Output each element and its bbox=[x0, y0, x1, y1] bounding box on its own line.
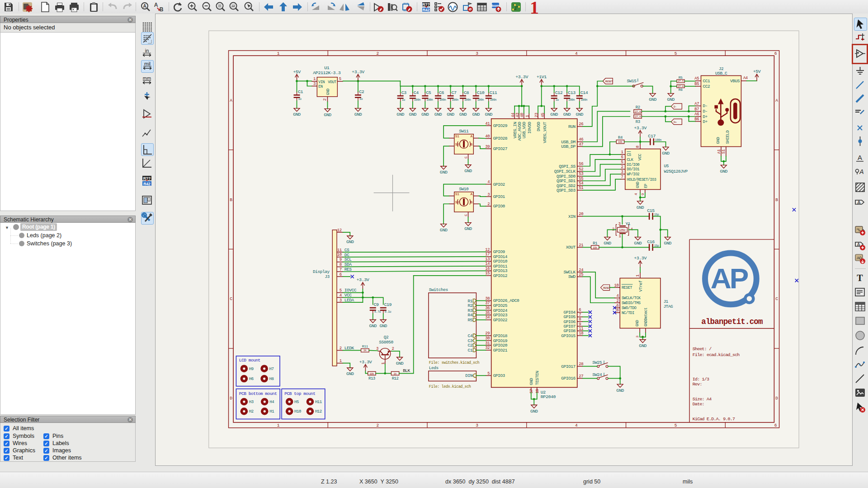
svg-text:S1: S1 bbox=[722, 149, 726, 154]
svg-text:CC2: CC2 bbox=[703, 84, 710, 89]
svg-text:5: 5 bbox=[487, 371, 490, 376]
svg-text:D-: D- bbox=[674, 105, 676, 108]
svg-text:D-: D- bbox=[703, 109, 708, 114]
svg-text:57: 57 bbox=[529, 389, 534, 394]
svg-text:GND: GND bbox=[293, 112, 301, 117]
svg-text:A5: A5 bbox=[694, 76, 699, 81]
svg-text:4.7u: 4.7u bbox=[374, 310, 381, 314]
svg-text:3: 3 bbox=[635, 336, 639, 338]
svg-text:41: 41 bbox=[485, 122, 490, 126]
svg-text:GNDDetect: GNDDetect bbox=[644, 308, 648, 327]
svg-text:GPIO6: GPIO6 bbox=[564, 319, 576, 324]
svg-text:GND: GND bbox=[421, 112, 429, 117]
svg-text:R2: R2 bbox=[636, 105, 640, 110]
svg-text:21: 21 bbox=[579, 243, 583, 248]
svg-text:GND: GND bbox=[447, 112, 454, 117]
svg-text:+3.3V: +3.3V bbox=[515, 75, 528, 80]
svg-text:35: 35 bbox=[485, 311, 490, 315]
svg-text:3: 3 bbox=[618, 222, 621, 226]
svg-text:5: 5 bbox=[339, 77, 341, 81]
svg-text:GPIO22: GPIO22 bbox=[493, 318, 508, 323]
svg-text:USB_C: USB_C bbox=[715, 71, 727, 76]
svg-text:S1: S1 bbox=[455, 192, 459, 196]
svg-text:A: A bbox=[230, 98, 232, 103]
svg-text:4: 4 bbox=[340, 293, 342, 298]
svg-text:C19: C19 bbox=[384, 302, 392, 307]
svg-text:RP2040: RP2040 bbox=[541, 394, 556, 399]
svg-text:3: 3 bbox=[313, 82, 316, 86]
svg-text:CS: CS bbox=[627, 153, 631, 157]
svg-text:+5V: +5V bbox=[753, 69, 761, 74]
svg-text:D+: D+ bbox=[703, 119, 708, 124]
svg-text:XIN: XIN bbox=[568, 214, 576, 219]
svg-text:D: D bbox=[230, 396, 232, 401]
svg-text:46: 46 bbox=[579, 137, 583, 142]
svg-text:10: 10 bbox=[614, 283, 619, 288]
svg-text:6: 6 bbox=[579, 308, 581, 312]
svg-text:C15: C15 bbox=[647, 208, 655, 213]
svg-text:USB_DM: USB_DM bbox=[561, 140, 576, 145]
svg-text:R6: R6 bbox=[679, 88, 683, 92]
svg-text:2: 2 bbox=[621, 165, 623, 169]
svg-text:B: B bbox=[230, 197, 232, 202]
svg-text:11: 11 bbox=[579, 327, 583, 331]
svg-text:B5: B5 bbox=[694, 82, 699, 86]
svg-text:27.4: 27.4 bbox=[635, 110, 641, 113]
svg-text:DIN: DIN bbox=[465, 373, 472, 378]
svg-text:B: B bbox=[470, 200, 472, 204]
svg-text:56: 56 bbox=[579, 162, 583, 166]
svg-text:S2: S2 bbox=[455, 200, 459, 204]
svg-text:R42: R42 bbox=[423, 8, 430, 12]
svg-text:GND: GND bbox=[662, 151, 670, 156]
svg-text:A4: A4 bbox=[743, 76, 748, 80]
svg-text:GND: GND bbox=[434, 112, 442, 117]
svg-text:JTAG: JTAG bbox=[663, 304, 673, 309]
svg-text:R5: R5 bbox=[679, 75, 683, 80]
svg-text:BLK: BLK bbox=[403, 368, 410, 373]
svg-text:GND: GND bbox=[649, 97, 656, 102]
svg-text:+3.3V: +3.3V bbox=[352, 70, 364, 75]
svg-text:R2: R2 bbox=[467, 303, 472, 308]
svg-text:54: 54 bbox=[579, 181, 583, 186]
svg-text:GND: GND bbox=[464, 169, 472, 174]
svg-text:AP2112K-3.3: AP2112K-3.3 bbox=[313, 70, 340, 75]
svg-text:D-: D- bbox=[703, 103, 708, 108]
svg-text:GPIO11: GPIO11 bbox=[493, 264, 508, 269]
svg-text:12MHz: 12MHz bbox=[619, 229, 626, 232]
svg-text:File: switches.kicad_sch: File: switches.kicad_sch bbox=[429, 361, 480, 365]
svg-text:GPIO28: GPIO28 bbox=[493, 136, 508, 141]
svg-text:A: A bbox=[859, 168, 863, 175]
svg-text:GND: GND bbox=[409, 112, 416, 117]
svg-text:GPIO20: GPIO20 bbox=[493, 343, 508, 348]
svg-text:GPIO25: GPIO25 bbox=[493, 303, 508, 308]
svg-text:GPIO13: GPIO13 bbox=[493, 268, 508, 273]
svg-text:1: 1 bbox=[636, 275, 640, 277]
svg-text:H10: H10 bbox=[294, 409, 301, 414]
svg-text:2: 2 bbox=[487, 202, 490, 206]
svg-text:SW11: SW11 bbox=[459, 129, 469, 134]
svg-text:RESET: RESET bbox=[603, 286, 611, 290]
svg-text:3: 3 bbox=[487, 192, 490, 197]
svg-text:SHIELD: SHIELD bbox=[726, 131, 730, 144]
svg-text:20: 20 bbox=[579, 212, 583, 216]
svg-text:5: 5 bbox=[340, 288, 342, 293]
svg-text:H5: H5 bbox=[294, 400, 299, 404]
svg-text:USB_DP: USB_DP bbox=[561, 144, 576, 149]
svg-text:5: 5 bbox=[621, 160, 623, 164]
svg-text:GND: GND bbox=[563, 112, 571, 117]
svg-text:12: 12 bbox=[485, 248, 490, 252]
svg-text:1: 1 bbox=[621, 150, 623, 155]
svg-text:18: 18 bbox=[579, 331, 583, 336]
svg-text:27.4: 27.4 bbox=[678, 80, 684, 83]
svg-text:GPIO9: GPIO9 bbox=[493, 249, 505, 254]
svg-text:GPIO15: GPIO15 bbox=[561, 333, 576, 338]
svg-text:mm: mm bbox=[143, 75, 151, 81]
svg-text:6: 6 bbox=[621, 155, 623, 160]
svg-text:SW10: SW10 bbox=[459, 187, 469, 192]
svg-text:C5: C5 bbox=[426, 90, 431, 95]
svg-text:C4: C4 bbox=[414, 90, 419, 95]
svg-text:S2: S2 bbox=[455, 142, 459, 146]
svg-text:GND: GND bbox=[440, 228, 448, 233]
svg-text:W25Q128JVP: W25Q128JVP bbox=[664, 169, 688, 174]
svg-text:C2: C2 bbox=[467, 343, 472, 348]
